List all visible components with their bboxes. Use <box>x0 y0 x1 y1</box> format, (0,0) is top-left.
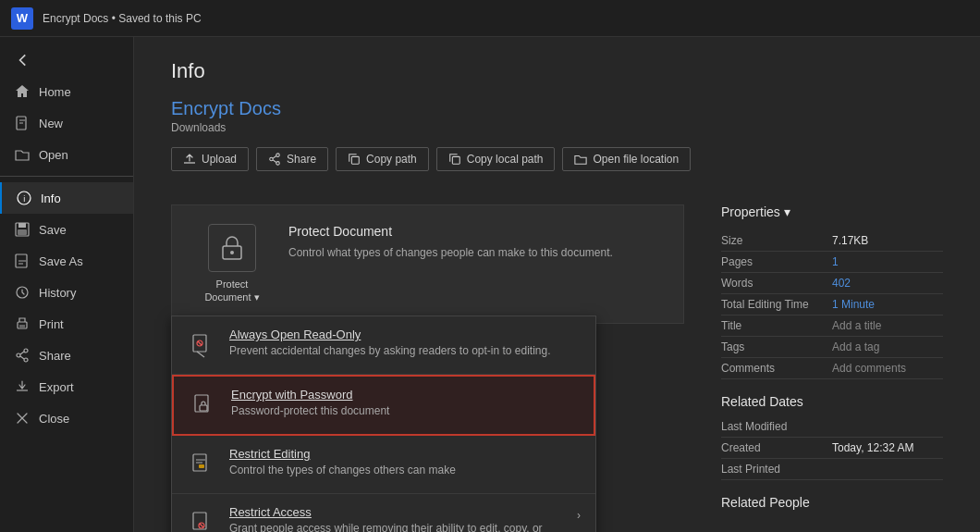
sidebar-label-saveas: Save As <box>39 254 83 268</box>
sidebar-label-open: Open <box>39 148 68 162</box>
sidebar-item-new[interactable]: New <box>0 107 133 139</box>
restrict-editing-icon <box>187 449 216 482</box>
protect-document-label: ProtectDocument ▾ <box>204 278 259 304</box>
prop-row-pages: Pages 1 <box>721 252 943 273</box>
upload-button[interactable]: Upload <box>171 147 249 171</box>
dropdown-item-text-encrypt: Encrypt with Password Password-protect t… <box>231 388 389 419</box>
home-icon <box>15 84 30 99</box>
dates-rows: Last Modified Created Today, 12:32 AM La… <box>721 416 943 480</box>
properties-chevron: ▾ <box>784 204 790 219</box>
share-button[interactable]: Share <box>256 147 328 171</box>
export-icon <box>15 379 30 394</box>
prop-value-pages[interactable]: 1 <box>832 255 839 268</box>
sidebar-label-share: Share <box>39 349 71 363</box>
share-icon <box>15 348 30 363</box>
open-file-location-button[interactable]: Open file location <box>562 147 691 171</box>
dropdown-item-restrict-access[interactable]: Restrict Access Grant people access whil… <box>172 494 595 532</box>
save-icon <box>15 222 30 237</box>
titlebar: W Encrypt Docs • Saved to this PC <box>0 0 980 37</box>
sidebar-item-close[interactable]: Close <box>0 402 133 434</box>
copy-path-icon <box>348 153 361 166</box>
prop-label-editing-time: Total Editing Time <box>721 298 832 311</box>
history-icon <box>15 285 30 300</box>
sidebar-item-home[interactable]: Home <box>0 76 133 107</box>
svg-rect-9 <box>19 325 25 328</box>
prop-row-last-printed: Last Printed <box>721 459 943 480</box>
restrict-access-description: Grant people access while removing their… <box>229 522 543 532</box>
sidebar-divider-1 <box>0 176 133 177</box>
restrict-editing-description: Control the types of changes others can … <box>229 464 456 476</box>
prop-label-pages: Pages <box>721 255 832 268</box>
content-area: Info Encrypt Docs Downloads Upload Share… <box>134 37 980 532</box>
prop-value-size: 7.17KB <box>832 234 868 247</box>
restrict-access-arrow: › <box>577 505 581 522</box>
dropdown-item-encrypt-password[interactable]: Encrypt with Password Password-protect t… <box>172 375 595 436</box>
copy-local-path-button[interactable]: Copy local path <box>436 147 556 171</box>
svg-point-14 <box>276 162 280 166</box>
prop-row-last-modified: Last Modified <box>721 416 943 438</box>
protect-document-button[interactable]: ProtectDocument ▾ <box>190 224 274 304</box>
prop-value-editing-time[interactable]: 1 Minute <box>832 298 875 311</box>
prop-label-size: Size <box>721 234 832 247</box>
upload-icon <box>183 153 196 166</box>
sidebar-item-export[interactable]: Export <box>0 371 133 402</box>
action-buttons-row: Upload Share Copy path Copy local path <box>171 147 943 171</box>
related-dates-heading: Related Dates <box>721 394 943 409</box>
sidebar-item-save[interactable]: Save <box>0 214 133 245</box>
svg-point-13 <box>276 154 280 157</box>
new-icon <box>15 116 30 130</box>
sidebar-item-history[interactable]: History <box>0 277 133 308</box>
prop-label-title: Title <box>721 319 832 332</box>
encrypt-title: Encrypt with Password <box>231 388 389 402</box>
prop-row-words: Words 402 <box>721 273 943 294</box>
info-header: Info Encrypt Docs Downloads Upload Share… <box>134 37 980 204</box>
svg-rect-16 <box>351 156 359 164</box>
sidebar-label-print: Print <box>39 317 64 331</box>
svg-rect-24 <box>200 405 207 411</box>
sidebar-label-close: Close <box>39 412 69 426</box>
print-icon <box>15 316 30 331</box>
sidebar-item-info[interactable]: i Info <box>0 182 133 214</box>
copy-path-label: Copy path <box>366 153 417 166</box>
sidebar-label-info: Info <box>41 192 61 205</box>
dropdown-item-text-restrict-access: Restrict Access Grant people access whil… <box>229 505 564 532</box>
prop-value-comments[interactable]: Add comments <box>832 362 906 375</box>
prop-row-created: Created Today, 12:32 AM <box>721 438 943 459</box>
protect-document-description: Control what types of changes people can… <box>288 244 613 261</box>
sidebar-item-share[interactable]: Share <box>0 340 133 371</box>
info-icon: i <box>17 191 31 205</box>
open-file-location-label: Open file location <box>593 153 679 166</box>
encrypt-icon <box>189 390 218 423</box>
svg-rect-17 <box>452 156 459 164</box>
prop-value-words[interactable]: 402 <box>832 277 851 290</box>
encrypt-description: Password-protect this document <box>231 404 389 417</box>
copy-local-path-label: Copy local path <box>467 153 544 166</box>
sidebar-label-history: History <box>39 286 76 300</box>
restrict-access-icon <box>187 507 216 532</box>
open-icon <box>15 147 30 162</box>
sidebar-item-saveas[interactable]: Save As <box>0 245 133 277</box>
sidebar-item-print[interactable]: Print <box>0 308 133 340</box>
app-body: Home New Open i Info Save Save As Histor… <box>0 37 980 532</box>
back-button[interactable] <box>0 44 133 76</box>
share-btn-icon <box>268 153 281 166</box>
prop-row-size: Size 7.17KB <box>721 230 943 252</box>
copy-path-button[interactable]: Copy path <box>336 147 429 171</box>
sidebar-label-new: New <box>39 117 63 130</box>
sidebar-item-open[interactable]: Open <box>0 139 133 170</box>
prop-value-tags[interactable]: Add a tag <box>832 340 879 353</box>
prop-label-created: Created <box>721 441 832 454</box>
share-label: Share <box>287 153 316 166</box>
prop-row-comments: Comments Add comments <box>721 358 943 379</box>
sidebar: Home New Open i Info Save Save As Histor… <box>0 37 134 532</box>
prop-value-created: Today, 12:32 AM <box>832 441 914 454</box>
dropdown-item-always-open-readonly[interactable]: Always Open Read-Only Prevent accidental… <box>172 316 595 375</box>
readonly-title: Always Open Read-Only <box>229 328 551 341</box>
svg-point-15 <box>270 157 274 161</box>
protect-document-card: ProtectDocument ▾ Protect Document Contr… <box>171 204 684 324</box>
lock-icon <box>217 233 247 263</box>
dropdown-item-restrict-editing[interactable]: Restrict Editing Control the types of ch… <box>172 436 595 494</box>
prop-value-title[interactable]: Add a title <box>832 319 881 332</box>
page-title: Info <box>171 59 943 83</box>
properties-heading: Properties ▾ <box>721 204 943 219</box>
